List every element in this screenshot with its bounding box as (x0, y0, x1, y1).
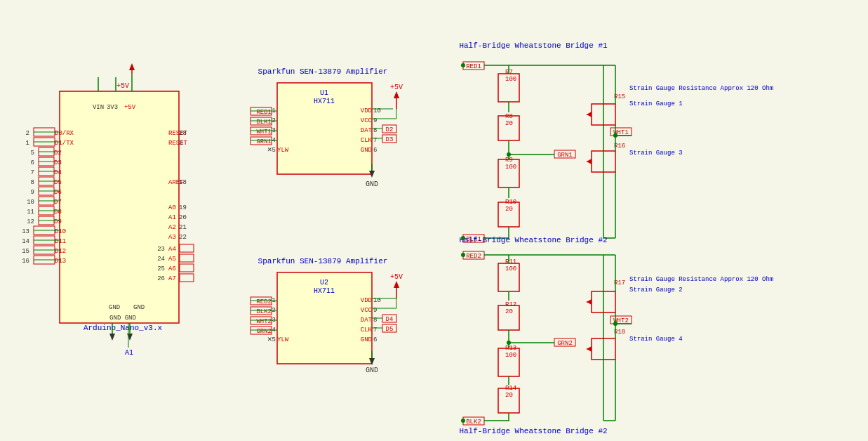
pin-d6-label: D6 (54, 189, 62, 196)
u2-grn2-label: GRN2 (256, 328, 272, 335)
u1-vdd-label: VDD (361, 107, 372, 114)
pin-d8-num: 11 (27, 209, 34, 216)
u1-clk-label: CLK (361, 137, 373, 144)
arduino-5v-top: +5V (116, 82, 129, 90)
arduino-a3: A3 (168, 234, 176, 241)
r8-label: R8 (505, 113, 513, 120)
arduino-gnd2: GND (133, 304, 145, 311)
arduino-a3-num: 22 (179, 234, 187, 241)
u2-gnd-text: GND (366, 367, 378, 374)
u2-d4-label: D4 (386, 316, 394, 323)
junction-grn1 (507, 152, 511, 157)
bridge1-red1-label: RED1 (466, 63, 481, 70)
u2-blk2-label: BLK2 (256, 308, 272, 315)
r8-val: 20 (505, 120, 513, 127)
arduino-a6: A6 (168, 265, 176, 272)
u2-vdd-label: VDD (361, 297, 372, 304)
r14-val: 20 (505, 392, 513, 399)
arduino-a2-num: 21 (179, 224, 187, 231)
arduino-a0-num: 19 (179, 204, 187, 211)
arduino-gnd1: GND (109, 304, 120, 311)
arduino-a4-num: 23 (157, 246, 165, 253)
u1-title: Sparkfun SEN-13879 Amplifier (258, 67, 388, 76)
pin-d13-label: D13 (55, 258, 66, 265)
arduino-gnd-label: GND GND (109, 315, 136, 322)
u2-clk-label: CLK (361, 327, 373, 334)
junction-grn2 (507, 341, 511, 345)
pin-d10-num: 13 (22, 228, 29, 235)
u1-blk1-label: BLK1 (256, 119, 272, 126)
u2-x-mark: ✕ (267, 335, 272, 343)
arduino-aref-num: 18 (179, 179, 187, 186)
u2-pin5-num: 5 (272, 336, 276, 343)
arduino-a7: A7 (168, 275, 176, 282)
arduino-reset-num2: 3 (179, 140, 182, 147)
pin-d2-label: D2 (54, 150, 62, 157)
arduino-vin: VIN (93, 104, 104, 111)
u1-5v-text: +5V (390, 84, 403, 91)
arduino-label: Arduino_Nano_v3.x (84, 324, 163, 332)
arduino-a1: A1 (168, 214, 176, 221)
u2-wht2-label: WHT2 (256, 318, 272, 325)
pin-d0-num: 2 (26, 130, 29, 137)
u2-d5-label: D5 (386, 326, 394, 333)
arduino-a5-num: 24 (157, 256, 165, 263)
u2-pin6-num: 6 (373, 336, 377, 343)
bridge2-sg-note: Strain Gauge Resistance Approx 120 Ohm (629, 276, 773, 283)
arduino-a1-bot: A1 (125, 349, 133, 357)
r16-sg-label: Strain Gauge 3 (629, 150, 683, 157)
junction-wht1 (613, 133, 617, 138)
u1-gnd-text: GND (366, 180, 378, 188)
junction-wht2 (613, 322, 617, 326)
pin-d5-num: 8 (31, 179, 34, 186)
r17-sg-label: Strain Gauge 2 (629, 287, 683, 294)
pin-d7-num: 10 (27, 199, 34, 206)
pin-d6-num: 9 (31, 189, 34, 196)
schematic-canvas: Arduino_Nano_v3.x GND GND +5V VIN 3V3 +5… (0, 0, 868, 441)
u1-x-mark: ✕ (267, 145, 272, 154)
u1-d2-label: D2 (386, 126, 394, 133)
arduino-5v-label: +5V (124, 104, 136, 111)
pin-d3-num: 6 (31, 159, 34, 166)
u1-chip: HX711 (314, 98, 335, 105)
arduino-a4: A4 (168, 246, 176, 253)
pin-d9-label: D9 (54, 218, 62, 225)
u1-wht1-label: WHT1 (256, 129, 272, 136)
pin-d10-label: D10 (55, 228, 66, 235)
pin-d12-label: D12 (55, 248, 66, 255)
junction-blk2 (461, 419, 465, 423)
arduino-a6-num: 25 (157, 265, 165, 272)
pin-d3-label: D3 (54, 159, 62, 166)
u1-pin5-num: 5 (272, 147, 276, 154)
u1-dat-label: DAT (361, 127, 373, 134)
u2-red2-label: RED2 (256, 298, 272, 305)
pin-d0-label: D0/RX (55, 130, 74, 137)
u2-chip: HX711 (314, 287, 335, 295)
arduino-3v3: 3V3 (107, 104, 118, 111)
u1-d3-label: D3 (386, 136, 394, 143)
r12-val: 20 (505, 308, 513, 315)
r11-val: 100 (505, 265, 516, 272)
junction-red1 (461, 63, 465, 67)
bridge2-bot-label: Half-Bridge Wheatstone Bridge #2 (459, 427, 607, 435)
r15-sg-label: Strain Gauge 1 (629, 100, 683, 107)
r9-val: 100 (505, 164, 516, 171)
pin-d7-label: D7 (54, 199, 62, 206)
pin-d12-num: 15 (22, 248, 29, 255)
arduino-a7-num: 26 (157, 275, 165, 282)
u1-ylw-label: YLW (277, 147, 289, 154)
u2-vcc-label: VCC (361, 307, 373, 314)
u1-label: U1 (320, 89, 328, 97)
pin-d5-label: D5 (54, 179, 62, 186)
pin-d8-label: D8 (54, 209, 62, 216)
r18-sg-label: Strain Gauge 4 (629, 336, 683, 343)
u1-vcc-label: VCC (361, 117, 373, 124)
arduino-a5: A5 (168, 256, 176, 263)
u1-red1-label: RED1 (256, 109, 272, 116)
arduino-body (60, 91, 179, 323)
u1-grn1-label: GRN1 (256, 138, 272, 145)
bridge1-sg-note: Strain Gauge Resistance Approx 120 Ohm (629, 85, 773, 92)
r7-val: 100 (505, 76, 516, 83)
junction-red2 (461, 253, 465, 257)
pin-d1-num: 1 (26, 140, 29, 147)
